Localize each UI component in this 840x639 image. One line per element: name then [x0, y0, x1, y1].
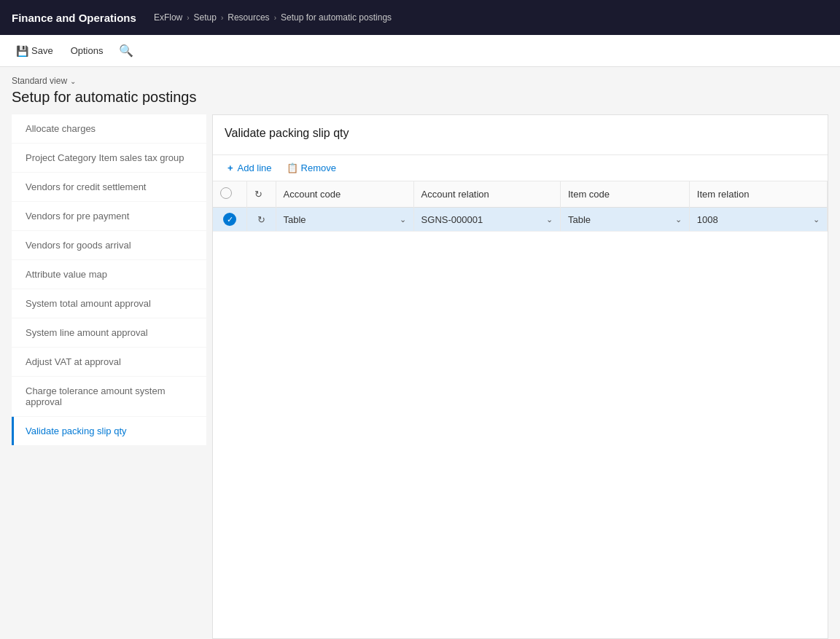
save-button[interactable]: 💾 Save: [9, 42, 61, 60]
table-header-row: ↻ Account code Account relation Item cod…: [213, 181, 828, 208]
add-line-button[interactable]: + Add line: [225, 161, 275, 175]
page-content: Standard view ⌄ Setup for automatic post…: [0, 67, 840, 639]
refresh-header-icon: ↻: [254, 189, 262, 200]
search-button[interactable]: 🔍: [113, 40, 139, 61]
table-container: ↻ Account code Account relation Item cod…: [213, 181, 828, 638]
breadcrumb: ExFlow › Setup › Resources › Setup for a…: [154, 12, 392, 23]
item-relation-value: 1008: [697, 214, 718, 225]
col-item-relation-header: Item relation: [689, 181, 827, 208]
row-refresh-icon: ↻: [257, 214, 265, 225]
account-relation-dropdown-icon[interactable]: ⌄: [546, 215, 553, 224]
chevron-down-icon: ⌄: [70, 77, 76, 85]
toolbar: 💾 Save Options 🔍: [0, 35, 840, 67]
breadcrumb-current: Setup for automatic postings: [281, 12, 392, 23]
save-label: Save: [31, 45, 53, 56]
sidebar-item-vendors-prepayment[interactable]: Vendors for pre payment: [12, 202, 206, 230]
sidebar-item-validate-packing[interactable]: Validate packing slip qty: [12, 417, 206, 445]
save-icon: 💾: [16, 45, 28, 57]
sidebar-item-charge-tolerance[interactable]: Charge tolerance amount system approval: [12, 377, 206, 416]
account-relation-value: SGNS-000001: [421, 214, 483, 225]
main-panel: Validate packing slip qty + Add line 📋 R…: [212, 114, 828, 639]
remove-icon: 📋: [287, 162, 298, 173]
panel-title: Validate packing slip qty: [225, 127, 816, 140]
item-code-dropdown-icon[interactable]: ⌄: [675, 215, 682, 224]
add-icon: +: [228, 162, 233, 173]
breadcrumb-sep-2: ›: [221, 14, 223, 22]
search-icon: 🔍: [119, 44, 133, 57]
sidebar-item-project-category[interactable]: Project Category Item sales tax group: [12, 144, 206, 172]
remove-button[interactable]: 📋 Remove: [284, 161, 339, 175]
item-code-value: Table: [568, 214, 591, 225]
col-refresh-header: ↻: [247, 181, 276, 208]
view-selector-label: Standard view: [12, 76, 67, 86]
row-checked-icon: ✓: [223, 213, 236, 226]
account-code-value: Table: [284, 214, 306, 225]
brand-title: Finance and Operations: [12, 12, 136, 24]
col-item-code-header: Item code: [560, 181, 689, 208]
breadcrumb-sep-3: ›: [274, 14, 276, 22]
sidebar-item-vendors-credit[interactable]: Vendors for credit settlement: [12, 173, 206, 201]
sidebar-item-allocate-charges[interactable]: Allocate charges: [12, 114, 206, 143]
row-refresh-cell[interactable]: ↻: [247, 208, 276, 232]
sidebar-item-vendors-goods[interactable]: Vendors for goods arrival: [12, 231, 206, 259]
breadcrumb-sep-1: ›: [187, 14, 189, 22]
sidebar-item-system-line[interactable]: System line amount approval: [12, 318, 206, 347]
add-line-label: Add line: [238, 162, 272, 173]
select-all-circle[interactable]: [220, 187, 232, 199]
sidebar: Allocate charges Project Category Item s…: [12, 114, 212, 639]
table-row[interactable]: ✓ ↻ Table ⌄: [213, 208, 828, 232]
options-button[interactable]: Options: [63, 42, 111, 60]
page-title: Setup for automatic postings: [12, 89, 828, 106]
remove-label: Remove: [301, 162, 336, 173]
sidebar-item-adjust-vat[interactable]: Adjust VAT at approval: [12, 348, 206, 376]
row-item-code-cell[interactable]: Table ⌄: [560, 208, 689, 232]
view-selector[interactable]: Standard view ⌄: [12, 76, 828, 86]
col-account-relation-header: Account relation: [413, 181, 560, 208]
account-code-dropdown-icon[interactable]: ⌄: [400, 215, 406, 224]
breadcrumb-setup[interactable]: Setup: [194, 12, 217, 23]
breadcrumb-resources[interactable]: Resources: [228, 12, 269, 23]
col-account-code-header: Account code: [276, 181, 413, 208]
row-account-code-cell[interactable]: Table ⌄: [276, 208, 413, 232]
data-table: ↻ Account code Account relation Item cod…: [213, 181, 828, 232]
panel-header: Validate packing slip qty: [213, 115, 828, 155]
options-label: Options: [71, 45, 104, 56]
sidebar-item-system-total[interactable]: System total amount approval: [12, 289, 206, 318]
topbar: Finance and Operations ExFlow › Setup › …: [0, 0, 840, 35]
item-relation-dropdown-icon[interactable]: ⌄: [813, 215, 820, 224]
main-layout: Allocate charges Project Category Item s…: [12, 114, 828, 639]
col-selector-header: [213, 181, 247, 208]
sidebar-item-attribute-value[interactable]: Attribute value map: [12, 260, 206, 289]
row-account-relation-cell[interactable]: SGNS-000001 ⌄: [413, 208, 560, 232]
breadcrumb-exflow[interactable]: ExFlow: [154, 12, 182, 23]
panel-toolbar: + Add line 📋 Remove: [213, 155, 828, 181]
row-item-relation-cell[interactable]: 1008 ⌄: [689, 208, 827, 232]
row-selector-cell[interactable]: ✓: [213, 208, 247, 232]
